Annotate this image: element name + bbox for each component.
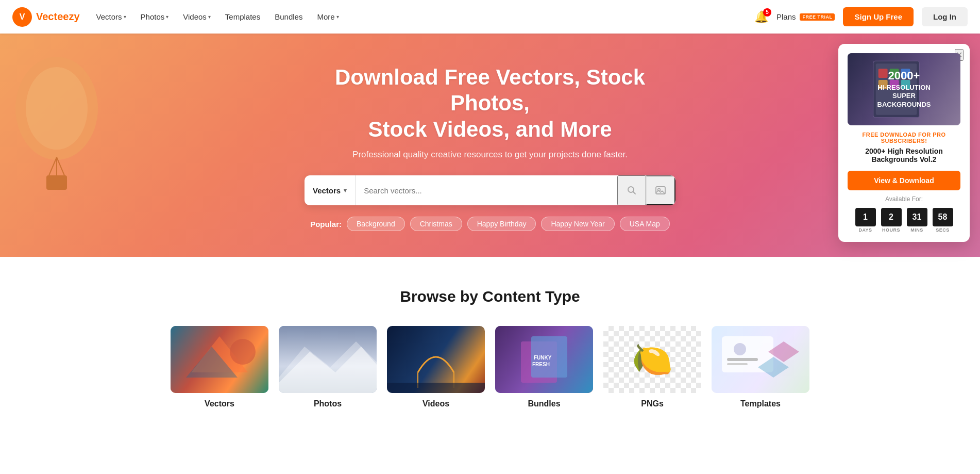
notification-badge: 5 xyxy=(763,8,771,17)
signup-button[interactable]: Sign Up Free xyxy=(843,7,914,26)
svg-rect-20 xyxy=(387,383,485,393)
countdown-secs-value: 58 xyxy=(933,208,953,226)
notifications-bell[interactable]: 🔔 5 xyxy=(754,10,768,24)
image-search-button[interactable] xyxy=(646,175,675,205)
photos-label: Photos xyxy=(314,399,342,408)
chevron-down-icon: ▾ xyxy=(344,187,347,194)
nav-bundles[interactable]: Bundles xyxy=(268,8,309,25)
nav-links: Vectors ▾ Photos ▾ Videos ▾ Templates Bu… xyxy=(90,8,754,25)
content-card-templates[interactable]: Templates xyxy=(712,326,809,408)
svg-line-4 xyxy=(57,157,64,175)
tag-christmas[interactable]: Christmas xyxy=(410,217,462,231)
countdown-mins-value: 31 xyxy=(907,208,927,226)
svg-text:FUNKY: FUNKY xyxy=(534,355,552,361)
image-search-icon xyxy=(655,185,666,196)
browse-title: Browse by Content Type xyxy=(21,288,959,305)
nav-more[interactable]: More ▾ xyxy=(311,8,345,25)
logo-link[interactable]: V Vecteezy xyxy=(12,7,80,27)
countdown-hours-value: 2 xyxy=(881,208,902,226)
navbar: V Vecteezy Vectors ▾ Photos ▾ Videos ▾ T… xyxy=(0,0,980,34)
search-submit-button[interactable] xyxy=(617,175,646,205)
videos-image xyxy=(387,326,485,393)
countdown-mins-label: MINS xyxy=(910,227,923,233)
login-button[interactable]: Log In xyxy=(922,7,968,26)
svg-line-2 xyxy=(49,157,57,175)
search-input[interactable] xyxy=(356,175,617,205)
tag-background[interactable]: Background xyxy=(347,217,405,231)
countdown-hours-label: HOURS xyxy=(882,227,900,233)
tag-happy-new-year[interactable]: Happy New Year xyxy=(541,217,614,231)
chevron-down-icon: ▾ xyxy=(336,14,339,20)
content-card-pngs[interactable]: 🍋 PNGs xyxy=(603,326,701,408)
content-card-bundles[interactable]: FUNKY FRESH Bundles xyxy=(495,326,593,408)
pngs-thumbnail: 🍋 xyxy=(603,326,701,393)
nav-templates[interactable]: Templates xyxy=(219,8,266,25)
countdown-secs: 58 SECS xyxy=(933,208,953,233)
content-grid: Vectors Photos xyxy=(21,326,959,408)
tag-usa-map[interactable]: USA Map xyxy=(620,217,670,231)
popup-free-text: FREE DOWNLOAD FOR PRO SUBSCRIBERS! xyxy=(848,132,960,144)
countdown-timer: 1 DAYS 2 HOURS 31 MINS 58 SECS xyxy=(848,208,960,233)
photos-thumbnail xyxy=(279,326,377,393)
svg-rect-30 xyxy=(727,363,748,365)
bundles-thumbnail: FUNKY FRESH xyxy=(495,326,593,393)
vectors-image xyxy=(171,326,268,393)
photos-image xyxy=(279,326,377,393)
bundles-image: FUNKY FRESH xyxy=(495,326,593,393)
navbar-right: 🔔 5 Plans FREE TRIAL Sign Up Free Log In xyxy=(754,7,968,26)
chevron-down-icon: ▾ xyxy=(124,14,126,20)
videos-thumbnail xyxy=(387,326,485,393)
hero-section: Download Free Vectors, Stock Photos,Stoc… xyxy=(0,34,980,257)
countdown-days-label: DAYS xyxy=(858,227,872,233)
popup-overlay: ✕ xyxy=(836,34,980,429)
popup-product-title: 2000+ High Resolution Backgrounds Vol.2 xyxy=(848,147,960,164)
videos-label: Videos xyxy=(423,399,449,408)
hero-title: Download Free Vectors, Stock Photos,Stoc… xyxy=(310,64,670,142)
search-icon xyxy=(627,185,637,195)
templates-label: Templates xyxy=(740,399,781,408)
content-card-videos[interactable]: Videos xyxy=(387,326,485,408)
hero-balloon-decoration xyxy=(0,44,113,209)
chevron-down-icon: ▾ xyxy=(208,14,211,20)
popup-product-image: 2000+ HI-RESOLUTIONSUPER BACKGROUNDS xyxy=(848,53,960,125)
popup-image-text: 2000+ HI-RESOLUTIONSUPER BACKGROUNDS xyxy=(876,69,933,109)
bundles-label: Bundles xyxy=(528,399,560,408)
view-download-button[interactable]: View & Download xyxy=(848,171,960,190)
countdown-mins: 31 MINS xyxy=(907,208,927,233)
svg-rect-29 xyxy=(727,358,758,361)
nav-photos[interactable]: Photos ▾ xyxy=(134,8,175,25)
pngs-label: PNGs xyxy=(641,399,664,408)
logo-icon: V xyxy=(12,7,32,27)
content-card-photos[interactable]: Photos xyxy=(279,326,377,408)
countdown-days-value: 1 xyxy=(855,208,876,226)
templates-image xyxy=(712,326,809,393)
brand-name: Vecteezy xyxy=(36,11,80,23)
nav-vectors[interactable]: Vectors ▾ xyxy=(90,8,132,25)
svg-rect-5 xyxy=(46,175,67,190)
search-bar: Vectors ▾ xyxy=(305,175,675,205)
vectors-label: Vectors xyxy=(205,399,234,408)
popup-available-label: Available For: xyxy=(848,195,960,203)
svg-point-13 xyxy=(230,339,256,365)
chevron-down-icon: ▾ xyxy=(166,14,168,20)
countdown-hours: 2 HOURS xyxy=(881,208,902,233)
svg-text:FRESH: FRESH xyxy=(532,362,550,367)
tag-happy-birthday[interactable]: Happy Birthday xyxy=(467,217,536,231)
popular-tags: Popular: Background Christmas Happy Birt… xyxy=(310,217,670,231)
popular-label: Popular: xyxy=(310,220,342,228)
countdown-secs-label: SECS xyxy=(936,227,950,233)
content-card-vectors[interactable]: Vectors xyxy=(171,326,268,408)
search-type-selector[interactable]: Vectors ▾ xyxy=(305,175,356,205)
templates-thumbnail xyxy=(712,326,809,393)
search-type-label: Vectors xyxy=(313,186,341,195)
countdown-days: 1 DAYS xyxy=(855,208,876,233)
plans-label: Plans xyxy=(776,12,796,21)
vectors-thumbnail xyxy=(171,326,268,393)
svg-line-7 xyxy=(633,192,636,194)
nav-videos[interactable]: Videos ▾ xyxy=(177,8,217,25)
svg-point-28 xyxy=(734,343,746,355)
logo-letter: V xyxy=(20,12,25,22)
promo-popup: ✕ xyxy=(838,44,970,242)
plans-link[interactable]: Plans FREE TRIAL xyxy=(776,12,835,21)
free-trial-badge: FREE TRIAL xyxy=(800,13,835,21)
